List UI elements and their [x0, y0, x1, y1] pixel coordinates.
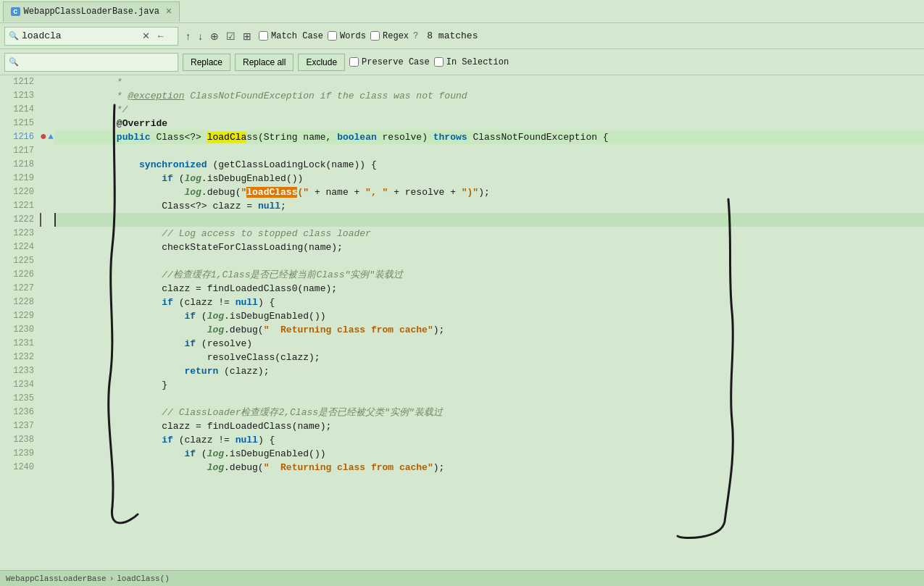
code-line: clazz = findLoadedClass0(name); — [54, 282, 924, 296]
code-line: @Override — [54, 117, 924, 130]
match-case-checkbox[interactable] — [259, 31, 268, 41]
replace-toolbar: 🔍 Replace Replace all Exclude Preserve C… — [0, 49, 924, 75]
code-line — [54, 392, 924, 406]
line-num: 1237 — [0, 419, 34, 433]
multiline-button[interactable]: ☑ — [223, 29, 238, 43]
breadcrumb-separator: › — [109, 574, 115, 583]
preserve-case-text: Preserve Case — [362, 57, 430, 67]
nav-buttons: ↑ ↓ ⊕ ☑ ⊞ — [183, 29, 254, 43]
regex-checkbox[interactable] — [370, 31, 380, 41]
code-line-cursor — [54, 213, 924, 227]
line-num: 1233 — [0, 364, 34, 378]
line-numbers-gutter: 1212 1213 1214 1215 1216 1217 1218 1219 … — [0, 75, 40, 586]
file-tab[interactable]: c WebappClassLoaderBase.java × — [3, 1, 180, 22]
replace-button[interactable]: Replace — [183, 54, 230, 71]
code-line: } — [54, 378, 924, 392]
tab-bar: c WebappClassLoaderBase.java × — [0, 0, 924, 23]
line-num: 1219 — [0, 172, 34, 185]
file-type-icon: c — [11, 7, 20, 16]
line-num: 1222 — [0, 213, 34, 227]
replace-input[interactable] — [22, 56, 138, 67]
status-bar: WebappClassLoaderBase › loadClass() — [0, 570, 924, 586]
code-line: * — [54, 75, 924, 89]
code-line: synchronized (getClassLoadingLock(name))… — [54, 158, 924, 172]
filter-button[interactable]: ⊞ — [240, 29, 254, 43]
line-num: 1215 — [0, 117, 34, 130]
next-button[interactable]: ↓ — [195, 29, 206, 43]
line-num: 1240 — [0, 461, 34, 474]
replace-input-container[interactable]: 🔍 — [4, 53, 178, 72]
breadcrumb-method: loadClass() — [117, 574, 170, 583]
breadcrumb: WebappClassLoaderBase › loadClass() — [6, 574, 170, 583]
code-editor[interactable]: 1212 1213 1214 1215 1216 1217 1218 1219 … — [0, 75, 924, 586]
prev-match-button[interactable]: ← — [154, 30, 167, 41]
code-line: // ClassLoader检查缓存2,Class是否已经被父类"实例"装载过 — [54, 406, 924, 419]
exclude-button[interactable]: Exclude — [298, 54, 345, 71]
line-num: 1226 — [0, 268, 34, 282]
line-num: 1212 — [0, 75, 34, 89]
words-text: Words — [340, 31, 366, 41]
line-num: 1227 — [0, 282, 34, 296]
code-line — [54, 144, 924, 158]
preserve-case-checkbox[interactable] — [349, 57, 359, 67]
line-num: 1224 — [0, 240, 34, 254]
line-num: 1225 — [0, 254, 34, 268]
code-line: if (clazz != null) { — [54, 433, 924, 447]
code-line: //检查缓存1,Class是否已经被当前Class"实例"装载过 — [54, 268, 924, 282]
line-num: 1228 — [0, 296, 34, 309]
line-num: 1230 — [0, 323, 34, 337]
words-label[interactable]: Words — [328, 31, 366, 41]
code-line: resolveClass(clazz); — [54, 351, 924, 364]
line-num: 1231 — [0, 337, 34, 351]
line-num: 1216 — [0, 130, 34, 144]
regex-help-icon[interactable]: ? — [413, 31, 418, 41]
tab-close-button[interactable]: × — [166, 6, 172, 17]
line-num: 1218 — [0, 158, 34, 172]
code-line: log.debug("loadClass(" + name + ", " + r… — [54, 185, 924, 199]
search-input[interactable] — [22, 30, 138, 41]
replace-icon: 🔍 — [9, 57, 19, 67]
code-line: if (resolve) — [54, 337, 924, 351]
editor-gutter: ● ▲ ▼ — [40, 75, 54, 586]
regex-text: Regex — [383, 31, 409, 41]
line-num: 1214 — [0, 103, 34, 117]
words-checkbox[interactable] — [328, 31, 337, 41]
line-num: 1229 — [0, 309, 34, 323]
code-line: clazz = findLoadedClass(name); — [54, 419, 924, 433]
code-line: checkStateForClassLoading(name); — [54, 240, 924, 254]
line-num: 1221 — [0, 199, 34, 213]
search-input-container[interactable]: 🔍 ✕ ← — [4, 27, 178, 46]
code-line: // Log access to stopped class loader — [54, 227, 924, 240]
match-case-text: Match Case — [271, 31, 323, 41]
code-text-area[interactable]: * * @exception ClassNotFoundException if… — [54, 75, 924, 586]
replace-all-button[interactable]: Replace all — [235, 54, 294, 71]
in-selection-checkbox[interactable] — [434, 57, 444, 67]
prev-button[interactable]: ↑ — [183, 29, 193, 43]
match-case-label[interactable]: Match Case — [259, 31, 323, 41]
search-toolbar: 🔍 ✕ ← ↑ ↓ ⊕ ☑ ⊞ Match Case Words Regex ?… — [0, 23, 924, 49]
find-all-button[interactable]: ⊕ — [207, 29, 222, 43]
code-line: log.debug(" Returning class from cache")… — [54, 461, 924, 474]
code-line: * @exception ClassNotFoundException if t… — [54, 89, 924, 103]
regex-label[interactable]: Regex — [370, 31, 409, 41]
in-selection-text: In Selection — [446, 57, 509, 67]
code-line: return (clazz); — [54, 364, 924, 378]
code-line: log.debug(" Returning class from cache")… — [54, 323, 924, 337]
line-num: 1217 — [0, 144, 34, 158]
matches-count: 8 matches — [427, 30, 478, 41]
preserve-case-label[interactable]: Preserve Case — [349, 57, 430, 67]
code-line: Class<?> clazz = null; — [54, 199, 924, 213]
code-line: if (log.isDebugEnabled()) — [54, 447, 924, 461]
code-line: if (log.isDebugEnabled()) — [54, 309, 924, 323]
line-num: 1213 — [0, 89, 34, 103]
code-line-1216: public Class<?> loadClass(String name, b… — [54, 130, 924, 144]
search-icon: 🔍 — [9, 31, 19, 41]
breadcrumb-class: WebappClassLoaderBase — [6, 574, 107, 583]
line-num: 1234 — [0, 378, 34, 392]
line-num: 1223 — [0, 227, 34, 240]
clear-search-button[interactable]: ✕ — [141, 30, 151, 41]
line-num: 1239 — [0, 447, 34, 461]
tab-filename: WebappClassLoaderBase.java — [24, 7, 159, 17]
in-selection-label[interactable]: In Selection — [434, 57, 509, 67]
line-num: 1238 — [0, 433, 34, 447]
